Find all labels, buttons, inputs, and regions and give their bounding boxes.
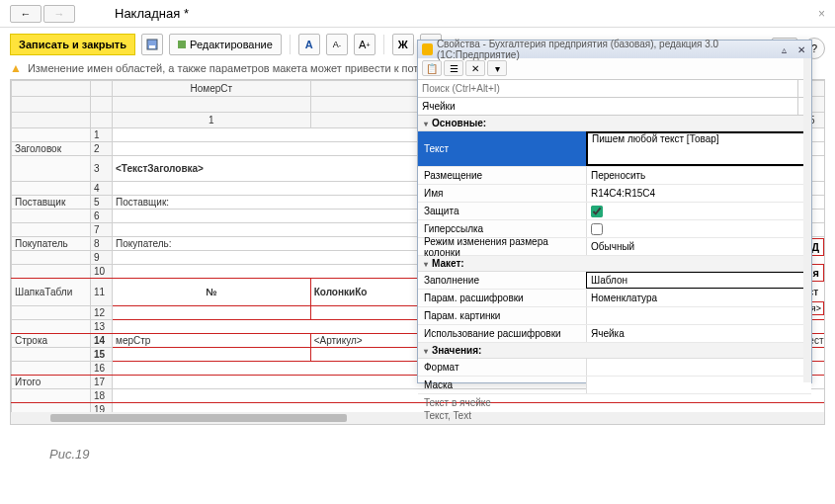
svg-rect-1 [149,45,155,48]
page-title: Накладная * [115,6,189,21]
prop-format-label: Формат [418,359,586,376]
prop-parras-label: Парам. расшифровки [418,290,586,306]
col-1[interactable]: 1 [113,113,311,128]
prop-rezhim-value[interactable]: Обычный [586,238,811,255]
props-search-input[interactable] [418,80,797,97]
separator [290,35,291,54]
prop-zashita-value[interactable] [586,203,811,219]
editing-label: Редактирование [190,39,273,50]
area-shapka: ШапкаТабли [12,279,91,306]
prop-parras-value[interactable]: Номенклатура [586,290,811,306]
font-a-button[interactable]: A [298,34,320,55]
prop-zapol-label: Заполнение [418,272,586,289]
prop-isp-label: Использование расшифровки [418,325,586,342]
prop-zashita-label: Защита [418,203,586,219]
scrollbar-vertical[interactable] [803,58,811,382]
area-itogo: Итого [12,376,91,389]
figure-caption: Рис.19 [49,447,835,462]
prop-text-label: Текст [418,131,586,166]
prop-format-value[interactable]: ... [586,359,811,376]
area-postavshik: Поставщик [12,196,91,210]
props-min-icon[interactable]: ▵ [779,43,792,55]
props-close-icon[interactable]: ✕ [794,43,807,55]
prop-gip-checkbox[interactable] [591,223,603,235]
cell-th-no[interactable]: № [113,279,311,306]
prop-zashita-checkbox[interactable] [591,206,603,217]
prop-razm-value[interactable]: Переносить▾ [586,167,811,184]
props-tb-btn3[interactable]: ✕ [465,60,485,76]
section-main[interactable]: Основные: [418,116,811,131]
cell-r14-nomer[interactable]: мерСтр [113,334,311,348]
named-col-a: НомерСт [113,81,311,97]
props-title: Свойства - Бухгалтерия предприятия (базо… [437,39,771,60]
prop-mask-value[interactable] [586,377,811,393]
area-stroka: Строка [12,334,91,348]
section-maket[interactable]: Макет: [418,256,811,272]
prop-imya-value[interactable]: R14C4:R15C4 [586,185,811,202]
prop-rezhim-label: Режим изменения размера колонки [418,238,586,255]
bold-button[interactable]: Ж [392,34,414,55]
warning-icon: ▲ [10,61,22,75]
prop-parpic-label: Парам. картинки [418,307,586,324]
properties-dialog[interactable]: Свойства - Бухгалтерия предприятия (базо… [417,40,812,383]
props-foot1: Текст в ячейке [424,396,805,409]
prop-gip-value[interactable] [586,220,811,237]
props-tb-btn2[interactable]: ☰ [444,60,463,76]
app-icon [422,43,433,55]
area-pokupatel: Покупатель [12,237,91,251]
props-type-combo[interactable] [418,98,797,115]
forward-button: → [43,5,75,23]
prop-zapol-value[interactable]: Шаблон▾ [586,272,811,289]
prop-isp-value[interactable]: Ячейка [586,325,811,342]
edit-icon [178,41,186,48]
save-close-button[interactable]: Записать и закрыть [10,34,135,55]
prop-text-value[interactable]: Пишем любой текст [Товар] [586,131,811,166]
separator [383,35,384,54]
area-zagolovok: Заголовок [12,142,91,156]
save-icon[interactable] [141,34,163,55]
prop-razm-label: Размещение [418,167,586,184]
section-znach[interactable]: Значения: [418,343,811,359]
prop-parpic-value[interactable] [586,307,811,324]
font-bigger-button[interactable]: A+ [354,34,376,55]
prop-imya-label: Имя [418,185,586,202]
editing-button[interactable]: Редактирование [169,34,282,55]
props-foot2: Текст, Text [424,409,805,422]
props-tb-btn4[interactable]: ▾ [487,60,507,76]
prop-text-input[interactable]: Пишем любой текст [Товар] [592,133,805,164]
back-button[interactable]: ← [10,5,42,23]
prop-mask-label: Маска [418,377,586,393]
font-smaller-button[interactable]: A- [326,34,348,55]
props-tb-btn1[interactable]: 📋 [422,60,442,76]
prop-gip-label: Гиперссылка [418,220,586,237]
close-icon[interactable]: × [818,7,825,21]
